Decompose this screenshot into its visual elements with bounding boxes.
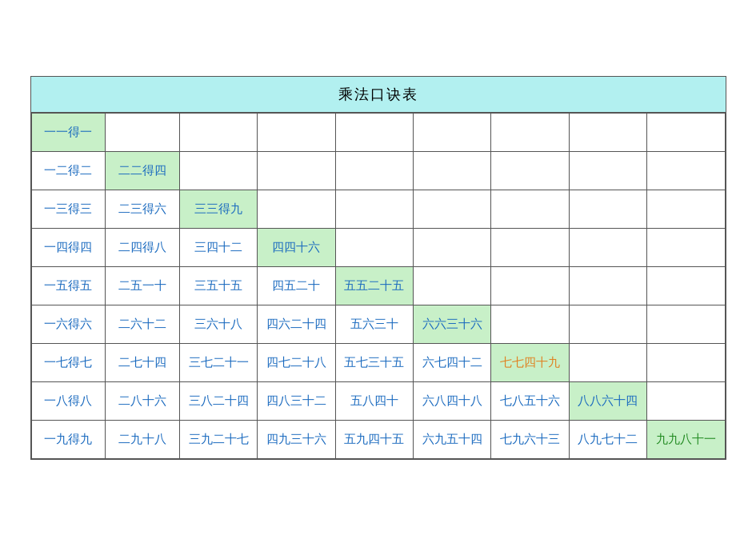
table-cell	[569, 228, 646, 266]
table-cell: 一六得六	[31, 305, 106, 343]
table-cell	[647, 151, 725, 190]
table-cell	[258, 190, 335, 228]
table-cell: 三六十八	[179, 305, 257, 343]
table-cell: 三四十二	[179, 228, 257, 266]
multiplication-table: 一一得一一二得二二二得四一三得三二三得六三三得九一四得四二四得八三四十二四四十六…	[31, 113, 726, 459]
table-row: 一七得七二七十四三七二十一四七二十八五七三十五六七四十二七七四十九	[31, 343, 725, 381]
multiplication-table-container: 乘法口诀表 一一得一一二得二二二得四一三得三二三得六三三得九一四得四二四得八三四…	[30, 76, 726, 460]
table-cell: 三九二十七	[179, 420, 257, 458]
table-cell	[179, 113, 257, 151]
table-cell: 七八五十六	[491, 381, 569, 420]
table-cell	[258, 113, 335, 151]
table-cell: 四四十六	[258, 228, 335, 266]
table-cell	[647, 305, 725, 343]
table-cell: 七七四十九	[491, 343, 569, 381]
table-cell	[335, 151, 413, 190]
table-cell: 三七二十一	[179, 343, 257, 381]
table-cell	[414, 151, 491, 190]
table-cell: 五七三十五	[335, 343, 413, 381]
table-cell: 二八十六	[106, 381, 180, 420]
table-cell	[569, 266, 646, 305]
table-cell	[569, 113, 646, 151]
table-cell	[414, 266, 491, 305]
table-cell	[647, 266, 725, 305]
table-cell: 四九三十六	[258, 420, 335, 458]
table-cell	[491, 305, 569, 343]
table-cell: 四六二十四	[258, 305, 335, 343]
table-cell	[647, 113, 725, 151]
table-row: 一四得四二四得八三四十二四四十六	[31, 228, 725, 266]
table-cell	[647, 190, 725, 228]
table-cell: 五九四十五	[335, 420, 413, 458]
table-cell: 七九六十三	[491, 420, 569, 458]
table-cell: 一一得一	[31, 113, 106, 151]
table-cell: 八八六十四	[569, 381, 646, 420]
table-cell: 一二得二	[31, 151, 106, 190]
table-cell	[569, 343, 646, 381]
table-cell: 二六十二	[106, 305, 180, 343]
table-row: 一一得一	[31, 113, 725, 151]
table-cell	[569, 190, 646, 228]
table-cell: 五五二十五	[335, 266, 413, 305]
table-cell	[335, 190, 413, 228]
table-cell	[414, 190, 491, 228]
table-cell: 四七二十八	[258, 343, 335, 381]
table-cell: 六七四十二	[414, 343, 491, 381]
table-cell: 一三得三	[31, 190, 106, 228]
table-title: 乘法口诀表	[31, 77, 726, 113]
table-cell: 八九七十二	[569, 420, 646, 458]
table-cell: 二七十四	[106, 343, 180, 381]
table-cell: 四八三十二	[258, 381, 335, 420]
table-cell: 五八四十	[335, 381, 413, 420]
table-cell	[647, 228, 725, 266]
table-row: 一五得五二五一十三五十五四五二十五五二十五	[31, 266, 725, 305]
table-row: 一二得二二二得四	[31, 151, 725, 190]
table-cell: 六九五十四	[414, 420, 491, 458]
table-cell	[179, 151, 257, 190]
table-cell	[106, 113, 180, 151]
table-cell: 一八得八	[31, 381, 106, 420]
table-cell: 二九十八	[106, 420, 180, 458]
table-row: 一六得六二六十二三六十八四六二十四五六三十六六三十六	[31, 305, 725, 343]
table-cell: 四五二十	[258, 266, 335, 305]
table-cell	[335, 228, 413, 266]
table-cell	[569, 151, 646, 190]
table-cell	[258, 151, 335, 190]
table-cell: 三三得九	[179, 190, 257, 228]
table-row: 一八得八二八十六三八二十四四八三十二五八四十六八四十八七八五十六八八六十四	[31, 381, 725, 420]
table-cell	[335, 113, 413, 151]
table-cell: 一四得四	[31, 228, 106, 266]
table-cell: 一五得五	[31, 266, 106, 305]
table-cell: 二二得四	[106, 151, 180, 190]
table-cell: 二三得六	[106, 190, 180, 228]
table-cell	[491, 190, 569, 228]
table-cell: 五六三十	[335, 305, 413, 343]
table-cell	[491, 113, 569, 151]
table-cell: 六六三十六	[414, 305, 491, 343]
table-cell: 一七得七	[31, 343, 106, 381]
table-cell	[491, 151, 569, 190]
table-cell: 二四得八	[106, 228, 180, 266]
table-cell: 二五一十	[106, 266, 180, 305]
table-cell	[647, 381, 725, 420]
table-cell: 一九得九	[31, 420, 106, 458]
table-row: 一九得九二九十八三九二十七四九三十六五九四十五六九五十四七九六十三八九七十二九九…	[31, 420, 725, 458]
table-cell: 三五十五	[179, 266, 257, 305]
table-cell	[569, 305, 646, 343]
table-cell: 六八四十八	[414, 381, 491, 420]
table-cell	[491, 228, 569, 266]
table-cell: 九九八十一	[647, 420, 725, 458]
table-row: 一三得三二三得六三三得九	[31, 190, 725, 228]
table-cell	[491, 266, 569, 305]
table-cell	[647, 343, 725, 381]
table-cell: 三八二十四	[179, 381, 257, 420]
table-cell	[414, 228, 491, 266]
table-cell	[414, 113, 491, 151]
